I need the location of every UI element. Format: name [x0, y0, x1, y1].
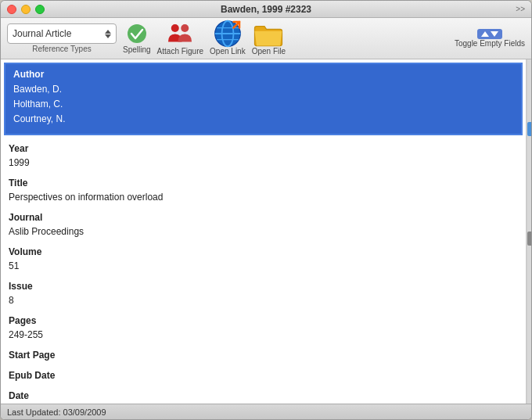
title-label: Title — [9, 178, 518, 188]
side-gray-indicator — [527, 232, 531, 246]
start-page-field[interactable]: Start Page — [1, 345, 526, 365]
volume-field[interactable]: Volume 51 — [1, 242, 526, 276]
attach-figure-button[interactable] — [164, 21, 196, 46]
reference-type-group: Journal Article Reference Types — [7, 23, 117, 53]
issue-value: 8 — [9, 293, 518, 307]
author-field[interactable]: Author Bawden, D.Holtham, C.Courtney, N. — [4, 63, 523, 135]
attach-figure-group: Attach Figure — [157, 21, 203, 56]
maximize-button[interactable] — [35, 5, 45, 14]
author-value: Bawden, D.Holtham, C.Courtney, N. — [13, 82, 513, 127]
open-file-button[interactable] — [253, 21, 284, 46]
status-text: Last Updated: 03/09/2009 — [7, 407, 106, 417]
journal-field[interactable]: Journal Aslib Proceedings — [1, 207, 526, 242]
svg-point-0 — [128, 24, 146, 43]
open-link-label: Open Link — [210, 47, 246, 56]
epub-date-field[interactable]: Epub Date — [1, 365, 526, 386]
volume-value: 51 — [9, 259, 518, 273]
toggle-empty-label: Toggle Empty Fields — [455, 39, 525, 48]
content-area[interactable]: Author Bawden, D.Holtham, C.Courtney, N.… — [1, 59, 527, 404]
open-file-group: Open File — [252, 21, 286, 56]
journal-label: Journal — [9, 212, 518, 223]
author-label: Author — [13, 69, 513, 80]
toggle-empty-button[interactable] — [477, 29, 502, 39]
open-link-button[interactable] — [212, 21, 243, 46]
spelling-button[interactable] — [126, 23, 148, 45]
toolbar: Journal Article Reference Types Spelling — [1, 18, 531, 59]
toggle-empty-group: Toggle Empty Fields — [455, 29, 525, 48]
reference-type-dropdown[interactable]: Journal Article — [7, 23, 117, 44]
reference-types-label: Reference Types — [32, 45, 91, 53]
pages-label: Pages — [9, 315, 518, 326]
main-area: Author Bawden, D.Holtham, C.Courtney, N.… — [1, 59, 531, 404]
journal-value: Aslib Proceedings — [9, 224, 518, 239]
open-link-group: Open Link — [210, 21, 246, 56]
toggle-down-arrow — [491, 31, 498, 37]
dropdown-arrow — [105, 30, 111, 38]
year-label: Year — [9, 143, 518, 154]
date-label: Date — [9, 390, 518, 401]
close-button[interactable] — [7, 5, 16, 14]
year-value: 1999 — [9, 156, 518, 170]
window-controls — [7, 5, 45, 14]
year-field[interactable]: Year 1999 — [1, 138, 526, 173]
spelling-group: Spelling — [123, 23, 151, 54]
title-value: Perspectives on information overload — [9, 190, 518, 204]
spelling-label: Spelling — [123, 45, 151, 54]
title-bar: Bawden, 1999 #2323 >> — [1, 1, 531, 18]
window-title: Bawden, 1999 #2323 — [221, 4, 311, 15]
attach-figure-label: Attach Figure — [157, 47, 203, 56]
epub-date-label: Epub Date — [9, 370, 518, 381]
side-blue-indicator — [527, 122, 531, 136]
reference-type-value: Journal Article — [13, 28, 71, 39]
title-field[interactable]: Title Perspectives on information overlo… — [1, 173, 526, 207]
volume-label: Volume — [9, 246, 518, 257]
pages-value: 249-255 — [9, 328, 518, 342]
svg-point-1 — [171, 24, 179, 32]
toggle-up-arrow — [481, 31, 489, 37]
open-file-label: Open File — [252, 47, 286, 56]
status-bar: Last Updated: 03/09/2009 — [1, 404, 531, 419]
issue-label: Issue — [9, 281, 518, 292]
svg-point-2 — [182, 24, 189, 32]
minimize-button[interactable] — [21, 5, 31, 14]
expand-button[interactable]: >> — [516, 5, 525, 13]
side-accent — [527, 59, 531, 404]
issue-field[interactable]: Issue 8 — [1, 276, 526, 311]
date-field[interactable]: Date — [1, 386, 526, 404]
start-page-label: Start Page — [9, 350, 518, 361]
main-window: Bawden, 1999 #2323 >> Journal Article Re… — [0, 0, 532, 420]
pages-field[interactable]: Pages 249-255 — [1, 311, 526, 345]
